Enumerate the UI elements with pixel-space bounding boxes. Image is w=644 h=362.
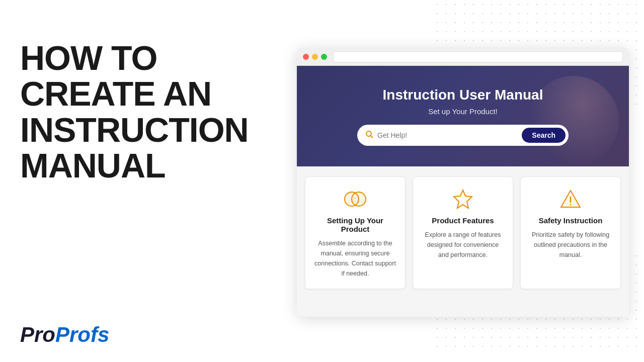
hero-banner: Instruction User Manual Set up Your Prod… (297, 66, 629, 166)
card-features: Product Features Explore a range of feat… (413, 176, 513, 289)
browser-toolbar (297, 48, 629, 66)
hero-subtitle: Set up Your Product! (307, 107, 619, 116)
title-line-2: CREATE AN (20, 74, 211, 113)
logo-pro: Pro (20, 323, 55, 347)
logo: ProProfs (20, 323, 109, 347)
search-input[interactable] (377, 131, 522, 139)
dot-yellow[interactable] (312, 54, 318, 60)
title-line-3: INSTRUCTION (20, 111, 249, 149)
browser-url-bar[interactable] (333, 51, 623, 62)
left-panel: HOW TO CREATE AN INSTRUCTION MANUAL (20, 40, 262, 184)
card-safety-desc: Prioritize safety by following outlined … (530, 230, 611, 260)
dot-green[interactable] (321, 54, 327, 60)
title-line-4: MANUAL (20, 146, 166, 185)
search-icon (365, 130, 373, 140)
hero-title: Instruction User Manual (307, 87, 619, 103)
search-button[interactable]: Search (522, 128, 566, 143)
card-features-desc: Explore a range of features designed for… (422, 230, 504, 260)
svg-point-0 (366, 131, 371, 136)
svg-line-1 (371, 136, 373, 138)
card-setup: Setting Up Your Product Assemble accordi… (305, 176, 406, 289)
card-safety-icon (530, 188, 611, 210)
card-features-icon (422, 188, 504, 210)
main-title: HOW TO CREATE AN INSTRUCTION MANUAL (20, 40, 262, 184)
svg-marker-4 (454, 190, 472, 208)
card-setup-desc: Assemble according to the manual, ensuri… (314, 238, 396, 279)
card-setup-title: Setting Up Your Product (314, 216, 396, 233)
browser-window: Instruction User Manual Set up Your Prod… (297, 48, 629, 317)
logo-profs: Profs (55, 323, 109, 347)
card-setup-icon (314, 188, 396, 210)
title-line-1: HOW TO (20, 39, 157, 77)
search-bar: Search (357, 125, 569, 146)
hero-content: Instruction User Manual Set up Your Prod… (297, 87, 629, 146)
dot-red[interactable] (303, 54, 309, 60)
browser-dots (303, 54, 327, 60)
card-safety-title: Safety Instruction (530, 216, 611, 225)
card-safety: Safety Instruction Prioritize safety by … (520, 176, 621, 289)
svg-point-7 (570, 204, 572, 206)
card-features-title: Product Features (422, 216, 504, 225)
cards-section: Setting Up Your Product Assemble accordi… (297, 166, 629, 297)
svg-point-3 (352, 192, 366, 206)
